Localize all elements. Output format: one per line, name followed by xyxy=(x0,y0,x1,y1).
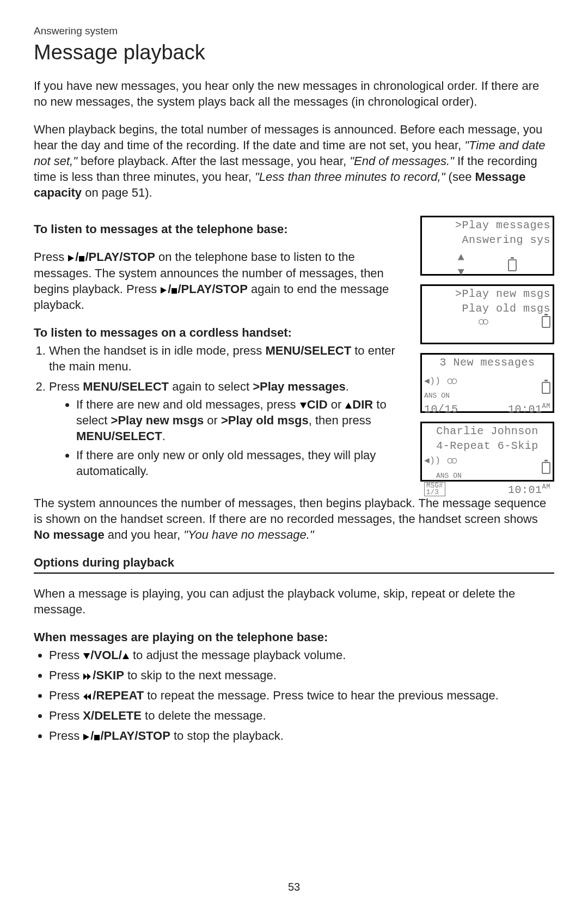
svg-marker-0 xyxy=(68,255,74,261)
section-category: Answering system xyxy=(34,24,554,38)
list-item: If there are only new or only old messag… xyxy=(76,447,412,479)
list-item: Press /VOL/ to adjust the message playba… xyxy=(49,647,554,663)
base-instruction: Press //PLAY/STOP on the telephone base … xyxy=(34,249,412,312)
svg-marker-5 xyxy=(345,403,352,409)
list-item: Press /REPEAT to repeat the message. Pre… xyxy=(49,687,554,703)
arrows-icon: ▲▼ xyxy=(458,251,465,279)
svg-rect-1 xyxy=(79,256,84,261)
svg-marker-2 xyxy=(161,287,167,294)
list-item: Press /SKIP to skip to the next message. xyxy=(49,667,554,683)
list-item: Press //PLAY/STOP to stop the playback. xyxy=(49,728,554,744)
svg-marker-4 xyxy=(300,403,307,409)
list-item: Press X/DELETE to delete the message. xyxy=(49,708,554,723)
svg-marker-11 xyxy=(87,693,91,700)
after-paragraph: The system announces the number of messa… xyxy=(34,495,554,543)
handset-steps: When the handset is in idle mode, press … xyxy=(34,343,412,479)
tape-icon: ◯◯ xyxy=(479,316,487,328)
lcd-new-messages: 3 New messages ◀)) ◯◯ANS ON 10/1510:01AM xyxy=(420,353,554,413)
speaker-icon: ◀)) xyxy=(424,376,440,387)
page-number: 53 xyxy=(0,880,588,894)
battery-icon xyxy=(542,316,550,328)
tape-icon: ◯◯ xyxy=(448,455,456,467)
svg-marker-9 xyxy=(87,673,91,680)
options-heading: Options during playback xyxy=(34,555,554,570)
list-item: If there are new and old messages, press… xyxy=(76,397,412,444)
tape-icon: ◯◯ xyxy=(448,376,456,387)
list-item: Press MENU/SELECT again to select >Play … xyxy=(49,379,412,479)
battery-icon xyxy=(508,259,517,271)
base-heading: To listen to messages at the telephone b… xyxy=(34,221,412,237)
lcd-playback: Charlie Johnson 4-Repeat 6-Skip ◀)) ◯◯AN… xyxy=(420,422,554,482)
handset-heading: To listen to messages on a cordless hand… xyxy=(34,325,412,340)
intro-paragraph: If you have new messages, you hear only … xyxy=(34,78,554,109)
page-title: Message playback xyxy=(34,39,554,66)
lcd-play-messages: >Play messages Answering sys ▲▼ xyxy=(420,216,554,276)
lcd-new-old: >Play new msgs Play old msgs ◯◯ xyxy=(420,284,554,344)
speaker-icon: ◀)) xyxy=(424,455,440,467)
list-item: When the handset is in idle mode, press … xyxy=(49,343,412,374)
svg-marker-6 xyxy=(83,653,90,659)
battery-icon xyxy=(542,382,550,394)
svg-marker-12 xyxy=(83,734,89,740)
options-list: Press /VOL/ to adjust the message playba… xyxy=(34,647,554,744)
options-intro: When a message is playing, you can adjus… xyxy=(34,586,554,617)
svg-rect-13 xyxy=(94,735,100,740)
playback-paragraph: When playback begins, the total number o… xyxy=(34,121,554,200)
svg-marker-10 xyxy=(83,693,87,700)
lcd-column: >Play messages Answering sys ▲▼ >Play ne… xyxy=(420,216,554,482)
svg-rect-3 xyxy=(171,288,177,294)
options-subheading: When messages are playing on the telepho… xyxy=(34,629,554,645)
svg-marker-7 xyxy=(122,653,129,659)
svg-marker-8 xyxy=(83,673,87,680)
divider xyxy=(34,573,554,574)
battery-icon xyxy=(542,462,550,474)
